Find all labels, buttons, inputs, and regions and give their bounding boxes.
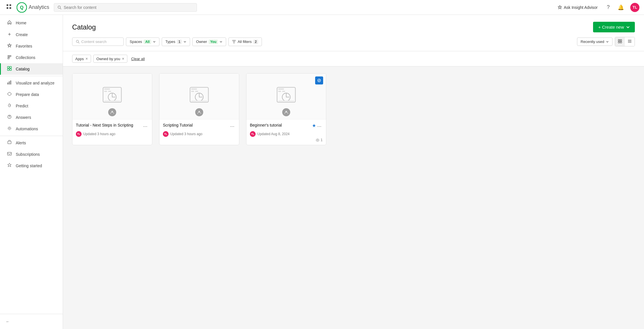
favorite-star-icon[interactable]: ★ [312,123,316,128]
card-user-avatar-3 [282,108,290,116]
insight-advisor-icon [558,5,562,10]
main-layout: Home + Create Favorites Collections [0,15,644,329]
card-meta-2: TL Updated 3 hours ago [163,131,236,137]
all-filters-label: All filters [238,40,252,44]
cards-grid: Tutorial - Next Steps in Scripting ··· T… [72,73,635,145]
card-updated-1: Updated 3 hours ago [83,132,115,136]
list-view-button[interactable] [625,37,635,46]
apps-chip-label: Apps [75,57,84,61]
sidebar: Home + Create Favorites Collections [0,15,63,329]
apps-chip[interactable]: Apps × [72,55,91,63]
svg-rect-2 [7,7,8,9]
notifications-icon[interactable]: 🔔 [616,3,626,12]
sidebar-item-answers[interactable]: Answers [0,112,63,123]
svg-rect-28 [620,42,622,43]
sort-chevron-icon [606,40,609,43]
card-preview-3 [246,74,326,119]
card-title-row-1: Tutorial - Next Steps in Scripting ··· [76,123,149,130]
help-icon[interactable]: ? [605,3,611,12]
filters-row: Content search Spaces All Types 1 Owner [72,37,635,51]
card-title-2: Scripting Tutorial [163,123,228,127]
types-filter-badge: 1 [177,40,182,44]
collapse-sidebar-button[interactable]: ← [0,316,63,327]
search-input[interactable] [64,5,193,10]
sidebar-item-subscriptions[interactable]: Subscriptions [0,149,63,160]
svg-line-17 [9,105,10,106]
cards-area: Tutorial - Next Steps in Scripting ··· T… [63,66,644,152]
svg-rect-35 [108,91,111,92]
sidebar-item-collections[interactable]: Collections [0,52,63,63]
grid-view-icon [618,39,622,43]
sort-button[interactable]: Recently used [577,38,613,46]
owner-chevron-icon [220,40,222,43]
sidebar-item-favorites[interactable]: Favorites [0,40,63,52]
create-new-button[interactable]: + Create new [593,22,635,32]
card-menu-button-1[interactable]: ··· [142,123,149,130]
card-avatar-sm-1: TL [76,131,82,137]
card-title-row-3: Beginner's tutorial ★ ··· [250,123,323,130]
svg-rect-22 [7,152,11,155]
card-user-avatar-1 [108,108,116,116]
owner-filter-button[interactable]: Owner You [192,38,226,46]
apps-chip-close-icon[interactable]: × [86,56,88,61]
alerts-icon [7,140,12,146]
qlik-logo-icon: Q [17,2,27,13]
sidebar-item-catalog[interactable]: Catalog [0,63,63,75]
svg-rect-1 [9,4,11,6]
card-preview-1 [72,74,152,119]
topbar-right: Ask Insight Advisor ? 🔔 TL [555,3,639,12]
card-menu-button-3[interactable]: ··· [316,123,323,130]
owned-chip-label: Owned by you [96,57,120,61]
topbar-left: Q Analytics [5,2,49,13]
grid-view-button[interactable] [615,37,625,46]
owned-chip-close-icon[interactable]: × [122,56,124,61]
card-badge-3 [315,76,323,84]
sidebar-item-getting-started[interactable]: Getting started [0,160,63,172]
content-search-placeholder: Content search [81,40,106,44]
app-thumbnail-icon [102,86,123,107]
sidebar-item-predict[interactable]: Predict [0,100,63,112]
insight-advisor-button[interactable]: Ask Insight Advisor [555,3,600,11]
answers-icon [7,115,12,120]
chevron-down-icon [626,25,630,29]
table-row[interactable]: Beginner's tutorial ★ ··· TL Updated Aug… [246,73,326,145]
sidebar-item-alerts[interactable]: Alerts [0,137,63,149]
card-body-1: Tutorial - Next Steps in Scripting ··· T… [72,119,152,140]
types-filter-button[interactable]: Types 1 [162,38,190,46]
logo: Q Analytics [17,2,49,13]
sidebar-item-prepare[interactable]: Prepare data [0,89,63,100]
clear-all-button[interactable]: Clear all [130,55,146,62]
card-avatar-sm-3: TL [250,131,256,137]
view-toggle [615,37,635,46]
predict-icon [7,103,12,109]
app-shell: Q Analytics Ask Insight Advisor ? 🔔 T [0,0,644,329]
card-body-3: Beginner's tutorial ★ ··· TL Updated Aug… [246,119,326,145]
sidebar-item-visualize[interactable]: Visualize and analyze [0,77,63,89]
home-icon [7,20,12,26]
svg-line-24 [78,42,80,44]
avatar[interactable]: TL [630,3,639,12]
content-search-field[interactable]: Content search [72,38,124,46]
table-row[interactable]: Scripting Tutorial ··· TL Updated 3 hour… [159,73,239,145]
svg-rect-41 [191,91,194,92]
svg-rect-25 [618,40,620,41]
spaces-filter-button[interactable]: Spaces All [126,38,159,46]
main-content: Catalog + Create new [63,15,644,329]
sidebar-item-create[interactable]: + Create [0,29,63,40]
subscriptions-icon [7,151,12,157]
table-row[interactable]: Tutorial - Next Steps in Scripting ··· T… [72,73,152,145]
svg-rect-21 [8,141,11,144]
automations-icon [7,126,12,132]
prepare-icon [7,92,12,97]
all-filters-button[interactable]: All filters 2 [228,38,262,46]
svg-rect-13 [7,82,8,84]
owned-by-you-chip[interactable]: Owned by you × [93,55,127,63]
card-menu-button-2[interactable]: ··· [229,123,236,130]
search-bar[interactable] [54,3,197,12]
card-views-3: 1 [316,138,323,142]
sidebar-item-automations[interactable]: Automations [0,123,63,135]
grid-menu-icon[interactable] [5,2,13,12]
sidebar-item-home[interactable]: Home [0,17,63,29]
svg-point-20 [9,127,10,129]
spaces-filter-badge: All [144,40,151,44]
